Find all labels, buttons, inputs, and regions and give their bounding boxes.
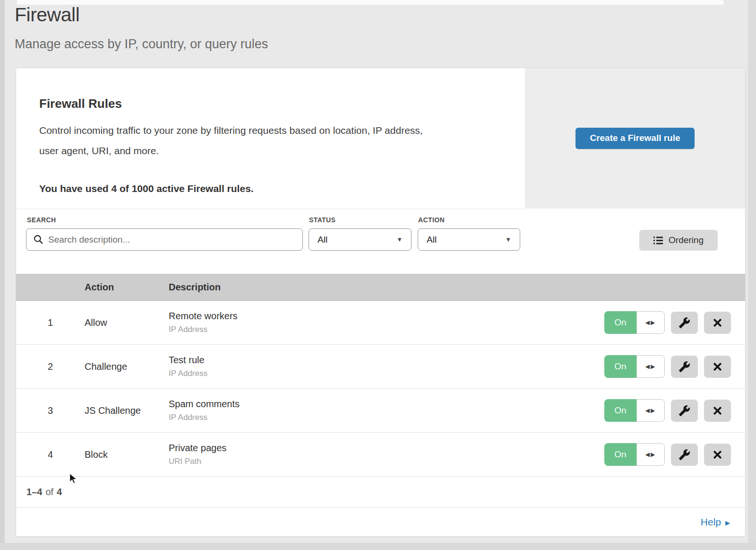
toggle-handle[interactable]: ◀▶	[636, 311, 665, 334]
left-right-arrows-icon: ◀▶	[645, 451, 656, 458]
table-row: 1 Allow Remote workers IP Address On ◀▶	[16, 301, 745, 345]
table-row: 4 Block Private pages URI Path On ◀▶	[16, 433, 745, 477]
left-right-arrows-icon: ◀▶	[645, 319, 656, 326]
search-field	[26, 228, 303, 251]
status-select[interactable]: All ▼	[309, 228, 412, 251]
toggle-handle[interactable]: ◀▶	[636, 399, 665, 422]
rule-priority: 1	[16, 317, 85, 328]
rule-enabled-toggle[interactable]: On ◀▶	[604, 355, 665, 378]
pagination-bar: 1–4 of 4	[16, 477, 745, 508]
pagination-total: 4	[57, 487, 62, 498]
table-header: Action Description	[16, 274, 745, 301]
toggle-on-label: On	[604, 443, 636, 466]
rule-action: Challenge	[85, 361, 169, 372]
toggle-on-label: On	[604, 311, 636, 334]
rule-enabled-toggle[interactable]: On ◀▶	[604, 311, 665, 334]
ordering-button-label: Ordering	[669, 235, 704, 245]
rule-action: Allow	[85, 317, 169, 328]
screen-edge-bottom	[0, 543, 756, 550]
chevron-down-icon: ▼	[505, 236, 511, 243]
help-link[interactable]: Help ▶	[701, 516, 730, 528]
pagination-range: 1–4	[26, 487, 42, 498]
section-description: Control incoming traffic to your zone by…	[39, 120, 502, 161]
search-input[interactable]	[26, 228, 303, 251]
rule-match-type: IP Address	[169, 325, 604, 334]
rule-match-type: IP Address	[169, 413, 604, 422]
edit-rule-button[interactable]	[671, 444, 698, 466]
page-subtitle: Manage access by IP, country, or query r…	[15, 37, 268, 52]
page-title: Firewall	[15, 4, 79, 26]
left-right-arrows-icon: ◀▶	[645, 363, 656, 370]
create-firewall-rule-button[interactable]: Create a Firewall rule	[576, 128, 695, 149]
rule-description: Spam comments	[169, 399, 604, 410]
x-icon	[713, 318, 722, 328]
status-label: STATUS	[309, 216, 335, 224]
wrench-icon	[679, 449, 690, 461]
toggle-handle[interactable]: ◀▶	[636, 443, 665, 466]
x-icon	[713, 450, 722, 460]
delete-rule-button[interactable]	[704, 312, 731, 334]
left-right-arrows-icon: ◀▶	[645, 407, 656, 414]
rule-controls: On ◀▶	[604, 355, 731, 378]
wrench-icon	[679, 405, 690, 417]
wrench-icon	[679, 317, 690, 329]
search-label: SEARCH	[27, 216, 56, 224]
arrow-right-icon: ▶	[725, 519, 730, 526]
firewall-rules-card: Firewall Rules Control incoming traffic …	[16, 68, 746, 537]
action-label: ACTION	[418, 216, 445, 224]
rule-controls: On ◀▶	[604, 311, 731, 334]
rule-controls: On ◀▶	[604, 399, 731, 422]
pagination-of: of	[45, 487, 53, 498]
rule-controls: On ◀▶	[604, 443, 731, 466]
description-line-1: Control incoming traffic to your zone by…	[39, 120, 502, 140]
edit-rule-button[interactable]	[671, 312, 698, 334]
delete-rule-button[interactable]	[704, 356, 731, 378]
wrench-icon	[679, 361, 690, 373]
delete-rule-button[interactable]	[704, 444, 731, 466]
rules-usage-text: You have used 4 of 1000 active Firewall …	[39, 183, 254, 194]
edit-rule-button[interactable]	[671, 356, 698, 378]
rule-priority: 3	[16, 405, 85, 416]
rule-description: Test rule	[169, 355, 604, 366]
x-icon	[713, 406, 722, 416]
rule-description-cell: Remote workers IP Address	[169, 311, 604, 334]
ordering-button[interactable]: Ordering	[639, 230, 718, 251]
status-selected-value: All	[318, 235, 327, 245]
ordering-list-icon	[653, 236, 663, 244]
toggle-on-label: On	[604, 399, 636, 422]
rule-description: Private pages	[169, 443, 604, 454]
rule-description-cell: Spam comments IP Address	[169, 399, 604, 422]
screen-edge-top	[17, 0, 723, 5]
hero-section: Firewall Rules Control incoming traffic …	[16, 68, 745, 209]
rule-priority: 2	[16, 361, 85, 372]
search-icon	[34, 235, 43, 244]
create-rule-panel: Create a Firewall rule	[525, 68, 745, 208]
card-footer: Help ▶	[16, 508, 745, 536]
rule-action: Block	[85, 449, 169, 460]
x-icon	[713, 362, 722, 372]
section-heading: Firewall Rules	[39, 96, 122, 111]
rule-match-type: IP Address	[169, 369, 604, 378]
delete-rule-button[interactable]	[704, 400, 731, 422]
description-line-2: user agent, URI, and more.	[39, 140, 502, 161]
filters-bar: SEARCH STATUS All ▼ ACTION All ▼ Orderin…	[16, 209, 745, 274]
column-header-action: Action	[85, 282, 169, 293]
toggle-handle[interactable]: ◀▶	[636, 355, 665, 378]
edit-rule-button[interactable]	[671, 400, 698, 422]
action-select[interactable]: All ▼	[418, 228, 520, 251]
toggle-on-label: On	[604, 355, 636, 378]
rule-description-cell: Test rule IP Address	[169, 355, 604, 378]
screen-edge-right	[748, 0, 756, 550]
action-selected-value: All	[427, 235, 437, 245]
rule-enabled-toggle[interactable]: On ◀▶	[604, 399, 665, 422]
table-row: 3 JS Challenge Spam comments IP Address …	[16, 389, 745, 433]
rule-action: JS Challenge	[85, 405, 169, 416]
column-header-description: Description	[169, 282, 221, 293]
rule-match-type: URI Path	[169, 457, 604, 466]
help-link-label: Help	[701, 516, 721, 528]
rule-description: Remote workers	[169, 311, 604, 322]
chevron-down-icon: ▼	[396, 236, 403, 243]
screen-edge-left	[0, 0, 5, 550]
rule-enabled-toggle[interactable]: On ◀▶	[604, 443, 665, 466]
table-row: 2 Challenge Test rule IP Address On ◀▶	[16, 345, 745, 389]
